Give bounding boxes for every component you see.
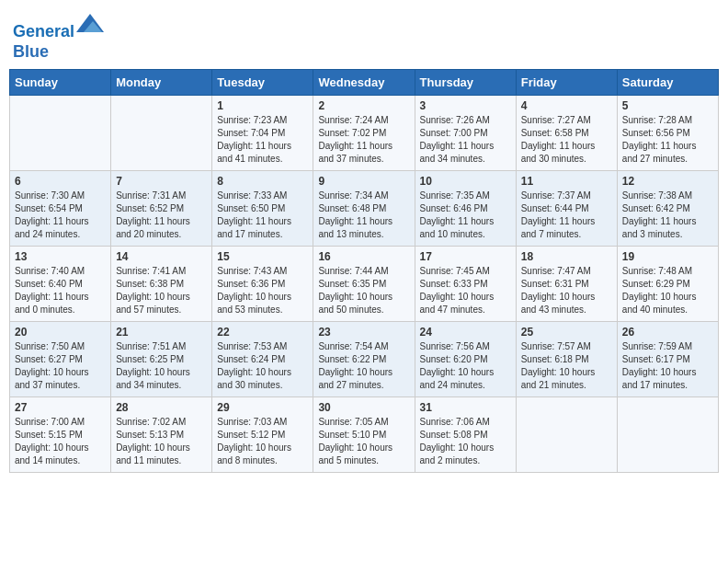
calendar-cell: 16Sunrise: 7:44 AM Sunset: 6:35 PM Dayli… [313, 247, 415, 322]
day-number: 7 [116, 175, 207, 188]
day-info: Sunrise: 7:35 AM Sunset: 6:46 PM Dayligh… [420, 190, 511, 241]
day-info: Sunrise: 7:28 AM Sunset: 6:56 PM Dayligh… [622, 114, 713, 166]
day-info: Sunrise: 7:54 AM Sunset: 6:22 PM Dayligh… [318, 340, 409, 392]
day-number: 10 [420, 175, 511, 188]
day-number: 6 [15, 175, 106, 188]
calendar-cell [617, 397, 718, 473]
week-row-2: 6Sunrise: 7:30 AM Sunset: 6:54 PM Daylig… [10, 171, 719, 247]
day-number: 30 [318, 401, 409, 414]
day-info: Sunrise: 7:30 AM Sunset: 6:54 PM Dayligh… [15, 190, 106, 241]
calendar-cell [111, 96, 212, 171]
calendar-cell: 29Sunrise: 7:03 AM Sunset: 5:12 PM Dayli… [212, 397, 313, 473]
day-number: 16 [318, 250, 409, 263]
day-number: 4 [521, 99, 612, 112]
weekday-header-tuesday: Tuesday [212, 70, 313, 96]
day-info: Sunrise: 7:33 AM Sunset: 6:50 PM Dayligh… [217, 190, 308, 241]
weekday-header-thursday: Thursday [415, 70, 516, 96]
day-info: Sunrise: 7:27 AM Sunset: 6:58 PM Dayligh… [521, 114, 612, 166]
calendar-cell: 12Sunrise: 7:38 AM Sunset: 6:42 PM Dayli… [617, 171, 718, 247]
day-number: 21 [116, 326, 207, 339]
day-info: Sunrise: 7:37 AM Sunset: 6:44 PM Dayligh… [521, 190, 612, 241]
day-number: 28 [116, 401, 207, 414]
day-info: Sunrise: 7:47 AM Sunset: 6:31 PM Dayligh… [521, 265, 612, 316]
day-number: 18 [521, 250, 612, 263]
calendar-cell [10, 96, 111, 171]
day-number: 9 [318, 175, 409, 188]
logo-icon [76, 9, 104, 37]
weekday-header-wednesday: Wednesday [313, 70, 415, 96]
day-info: Sunrise: 7:31 AM Sunset: 6:52 PM Dayligh… [116, 190, 207, 241]
logo-text: General Blue [13, 9, 104, 62]
day-number: 24 [420, 326, 511, 339]
day-info: Sunrise: 7:41 AM Sunset: 6:38 PM Dayligh… [116, 265, 207, 316]
calendar-cell: 27Sunrise: 7:00 AM Sunset: 5:15 PM Dayli… [10, 397, 111, 473]
calendar-cell: 13Sunrise: 7:40 AM Sunset: 6:40 PM Dayli… [10, 247, 111, 322]
day-number: 17 [420, 250, 511, 263]
day-number: 5 [622, 99, 713, 112]
day-info: Sunrise: 7:57 AM Sunset: 6:18 PM Dayligh… [521, 340, 612, 392]
calendar-cell: 11Sunrise: 7:37 AM Sunset: 6:44 PM Dayli… [516, 171, 617, 247]
logo-general: General [13, 22, 74, 40]
day-info: Sunrise: 7:44 AM Sunset: 6:35 PM Dayligh… [318, 265, 409, 316]
logo-blue: Blue [13, 42, 49, 61]
week-row-3: 13Sunrise: 7:40 AM Sunset: 6:40 PM Dayli… [10, 247, 719, 322]
day-info: Sunrise: 7:40 AM Sunset: 6:40 PM Dayligh… [15, 265, 106, 316]
calendar-cell: 1Sunrise: 7:23 AM Sunset: 7:04 PM Daylig… [212, 96, 313, 171]
day-info: Sunrise: 7:34 AM Sunset: 6:48 PM Dayligh… [318, 190, 409, 241]
day-info: Sunrise: 7:23 AM Sunset: 7:04 PM Dayligh… [217, 114, 308, 166]
calendar-table: SundayMondayTuesdayWednesdayThursdayFrid… [9, 69, 719, 473]
calendar-cell: 4Sunrise: 7:27 AM Sunset: 6:58 PM Daylig… [516, 96, 617, 171]
day-number: 11 [521, 175, 612, 188]
day-info: Sunrise: 7:59 AM Sunset: 6:17 PM Dayligh… [622, 340, 713, 392]
week-row-5: 27Sunrise: 7:00 AM Sunset: 5:15 PM Dayli… [10, 397, 719, 473]
day-number: 3 [420, 99, 511, 112]
calendar-cell: 2Sunrise: 7:24 AM Sunset: 7:02 PM Daylig… [313, 96, 415, 171]
day-info: Sunrise: 7:38 AM Sunset: 6:42 PM Dayligh… [622, 190, 713, 241]
calendar-cell: 30Sunrise: 7:05 AM Sunset: 5:10 PM Dayli… [313, 397, 415, 473]
day-number: 12 [622, 175, 713, 188]
calendar-cell: 23Sunrise: 7:54 AM Sunset: 6:22 PM Dayli… [313, 322, 415, 397]
day-number: 15 [217, 250, 308, 263]
calendar-cell: 31Sunrise: 7:06 AM Sunset: 5:08 PM Dayli… [415, 397, 516, 473]
weekday-header-sunday: Sunday [10, 70, 111, 96]
calendar-cell: 21Sunrise: 7:51 AM Sunset: 6:25 PM Dayli… [111, 322, 212, 397]
day-info: Sunrise: 7:56 AM Sunset: 6:20 PM Dayligh… [420, 340, 511, 392]
day-number: 29 [217, 401, 308, 414]
day-number: 14 [116, 250, 207, 263]
day-number: 27 [15, 401, 106, 414]
day-number: 2 [318, 99, 409, 112]
weekday-header-saturday: Saturday [617, 70, 718, 96]
day-info: Sunrise: 7:00 AM Sunset: 5:15 PM Dayligh… [15, 416, 106, 467]
day-info: Sunrise: 7:48 AM Sunset: 6:29 PM Dayligh… [622, 265, 713, 316]
day-info: Sunrise: 7:24 AM Sunset: 7:02 PM Dayligh… [318, 114, 409, 166]
logo: General Blue [13, 9, 104, 62]
day-info: Sunrise: 7:05 AM Sunset: 5:10 PM Dayligh… [318, 416, 409, 467]
calendar-cell: 8Sunrise: 7:33 AM Sunset: 6:50 PM Daylig… [212, 171, 313, 247]
calendar-cell: 14Sunrise: 7:41 AM Sunset: 6:38 PM Dayli… [111, 247, 212, 322]
calendar-cell [516, 397, 617, 473]
header-row: SundayMondayTuesdayWednesdayThursdayFrid… [10, 70, 719, 96]
week-row-1: 1Sunrise: 7:23 AM Sunset: 7:04 PM Daylig… [10, 96, 719, 171]
day-info: Sunrise: 7:51 AM Sunset: 6:25 PM Dayligh… [116, 340, 207, 392]
calendar-cell: 15Sunrise: 7:43 AM Sunset: 6:36 PM Dayli… [212, 247, 313, 322]
day-info: Sunrise: 7:06 AM Sunset: 5:08 PM Dayligh… [420, 416, 511, 467]
calendar-cell: 22Sunrise: 7:53 AM Sunset: 6:24 PM Dayli… [212, 322, 313, 397]
day-number: 26 [622, 326, 713, 339]
day-number: 19 [622, 250, 713, 263]
day-number: 31 [420, 401, 511, 414]
calendar-cell: 25Sunrise: 7:57 AM Sunset: 6:18 PM Dayli… [516, 322, 617, 397]
day-info: Sunrise: 7:45 AM Sunset: 6:33 PM Dayligh… [420, 265, 511, 316]
calendar-cell: 28Sunrise: 7:02 AM Sunset: 5:13 PM Dayli… [111, 397, 212, 473]
calendar-cell: 5Sunrise: 7:28 AM Sunset: 6:56 PM Daylig… [617, 96, 718, 171]
day-number: 20 [15, 326, 106, 339]
calendar-cell: 19Sunrise: 7:48 AM Sunset: 6:29 PM Dayli… [617, 247, 718, 322]
day-number: 22 [217, 326, 308, 339]
day-info: Sunrise: 7:02 AM Sunset: 5:13 PM Dayligh… [116, 416, 207, 467]
calendar-cell: 9Sunrise: 7:34 AM Sunset: 6:48 PM Daylig… [313, 171, 415, 247]
day-number: 1 [217, 99, 308, 112]
calendar-cell: 6Sunrise: 7:30 AM Sunset: 6:54 PM Daylig… [10, 171, 111, 247]
day-number: 8 [217, 175, 308, 188]
calendar-cell: 7Sunrise: 7:31 AM Sunset: 6:52 PM Daylig… [111, 171, 212, 247]
calendar-cell: 18Sunrise: 7:47 AM Sunset: 6:31 PM Dayli… [516, 247, 617, 322]
day-number: 13 [15, 250, 106, 263]
